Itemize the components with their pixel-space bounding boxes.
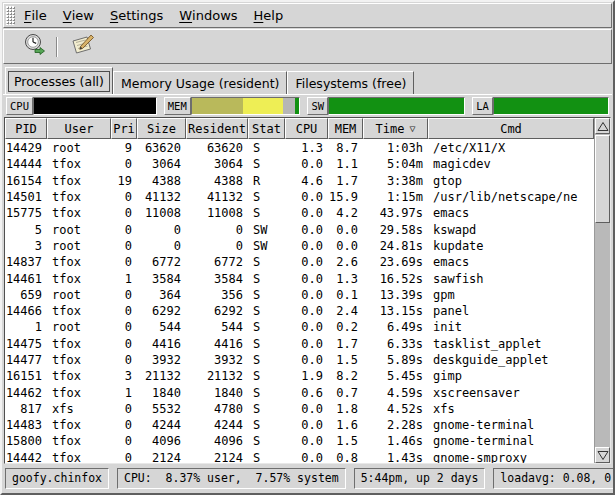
cell-cmd: gnome-terminal [428, 418, 594, 432]
cell-pri: 0 [111, 206, 137, 220]
scrollbar-trough[interactable] [595, 134, 610, 447]
cell-time: 5.45s [363, 369, 428, 383]
table-row[interactable]: 817xfs055324780S0.01.84.52sxfs [5, 401, 594, 417]
table-row[interactable]: 14483tfox042444244S0.01.62.28sgnome-term… [5, 417, 594, 433]
la-meter: LA [472, 97, 609, 115]
table-row[interactable]: 16151tfox32113221132S1.98.25.45sgimp [5, 368, 594, 384]
cpu-meter-label[interactable]: CPU [6, 97, 33, 115]
cell-cpu: 0.0 [285, 157, 328, 171]
cell-time: 6.49s [363, 320, 428, 334]
cell-size: 21132 [137, 369, 186, 383]
cell-pri: 0 [111, 353, 137, 367]
vertical-scrollbar[interactable] [594, 118, 610, 463]
cpu-usage-panel: CPU: 8.37% user, 7.57% system [117, 468, 346, 489]
cell-size: 6772 [137, 255, 186, 269]
table-row[interactable]: 14477tfox039323932S0.01.55.89sdeskguide_… [5, 352, 594, 368]
cell-mem: 15.9 [328, 190, 363, 204]
menu-windows[interactable]: Windows [171, 4, 245, 27]
memo-button[interactable] [66, 32, 98, 61]
cell-size: 3584 [137, 272, 186, 286]
menu-settings[interactable]: Settings [102, 4, 171, 27]
tab-processes-label: Processes (all) [8, 71, 110, 92]
cell-mem: 1.7 [328, 337, 363, 351]
cell-time: 5.89s [363, 353, 428, 367]
notebook-edge [3, 94, 612, 95]
scrollbar-thumb[interactable] [595, 135, 610, 223]
cell-mem: 1.6 [328, 418, 363, 432]
table-row[interactable]: 14462tfox118401840S0.60.74.59sxscreensav… [5, 384, 594, 400]
scroll-down-button[interactable] [595, 447, 610, 463]
la-meter-label[interactable]: LA [472, 97, 493, 115]
tab-filesystems[interactable]: Filesystems (free) [287, 71, 414, 94]
table-row[interactable]: 14466tfox062926292S0.02.413.15spanel [5, 303, 594, 319]
cell-cpu: 0.0 [285, 418, 328, 432]
cell-user: tfox [47, 206, 111, 220]
note-edit-icon [69, 33, 95, 61]
cell-pri: 0 [111, 255, 137, 269]
timer-button[interactable] [19, 32, 51, 61]
sw-meter-label[interactable]: SW [307, 97, 328, 115]
cell-pid: 14837 [5, 255, 47, 269]
table-row[interactable]: 14475tfox044164416S0.01.76.33stasklist_a… [5, 336, 594, 352]
table-row[interactable]: 659root0364356S0.00.113.39sgpm [5, 287, 594, 303]
cell-cpu: 0.0 [285, 304, 328, 318]
menu-file[interactable]: File [16, 4, 55, 27]
table-row[interactable]: 14429root96362063620S1.38.71:03h/etc/X11… [5, 140, 594, 156]
cell-resident: 0 [186, 223, 248, 237]
table-row[interactable]: 14837tfox067726772S0.02.623.69semacs [5, 254, 594, 270]
column-header-mem[interactable]: MEM [328, 118, 363, 139]
cell-pri: 0 [111, 320, 137, 334]
cell-resident: 3064 [186, 157, 248, 171]
table-row[interactable]: 3root000SW0.00.024.81skupdate [5, 238, 594, 254]
cell-size: 544 [137, 320, 186, 334]
table-row[interactable]: 14501tfox04113241132S0.015.91:15m/usr/li… [5, 189, 594, 205]
cell-resident: 4780 [186, 402, 248, 416]
cell-time: 24.81s [363, 239, 428, 253]
cell-size: 0 [137, 239, 186, 253]
table-row[interactable]: 14444tfox030643064S0.01.15:04mmagicdev [5, 156, 594, 172]
table-row[interactable]: 15775tfox01100811008S0.04.243.97semacs [5, 205, 594, 221]
table-row[interactable]: 1root0544544S0.00.26.49sinit [5, 319, 594, 335]
menu-view[interactable]: View [55, 4, 102, 27]
table-body: 14429root96362063620S1.38.71:03h/etc/X11… [5, 139, 594, 463]
cell-time: 43.97s [363, 206, 428, 220]
mem-meter-label[interactable]: MEM [164, 97, 191, 115]
mem-meter: MEM [164, 97, 301, 115]
column-header-cmd[interactable]: Cmd [428, 118, 594, 139]
cell-cmd: xscreensaver [428, 386, 594, 400]
cell-resident: 0 [186, 239, 248, 253]
tab-memory-usage[interactable]: Memory Usage (resident) [113, 71, 287, 94]
tab-processes[interactable]: Processes (all) [5, 67, 113, 94]
cell-pid: 14444 [5, 157, 47, 171]
cell-resident: 544 [186, 320, 248, 334]
menu-help[interactable]: Help [246, 4, 292, 27]
table-row[interactable]: 5root000SW0.00.029.58skswapd [5, 221, 594, 237]
column-header-user[interactable]: User [47, 118, 111, 139]
column-header-stat[interactable]: Stat [248, 118, 285, 139]
cell-stat: S [248, 320, 285, 334]
column-header-cpu[interactable]: CPU [285, 118, 328, 139]
column-header-size[interactable]: Size [137, 118, 186, 139]
column-header-pri[interactable]: Pri [111, 118, 137, 139]
table-row[interactable]: 14461tfox135843584S0.01.316.52ssawfish [5, 270, 594, 286]
cell-size: 6292 [137, 304, 186, 318]
table-row[interactable]: 15800tfox040964096S0.01.51.46sgnome-term… [5, 433, 594, 449]
cell-resident: 4388 [186, 174, 248, 188]
cpu-segment-0 [34, 98, 156, 114]
table-row[interactable]: 14442tfox021242124S0.00.81.43sgnome-smpr… [5, 450, 594, 463]
column-header-pid[interactable]: PID [5, 118, 47, 139]
menubar-drag-handle[interactable] [6, 6, 15, 25]
table-row[interactable]: 16154tfox1943884388R4.61.73:38mgtop [5, 173, 594, 189]
cell-cpu: 0.0 [285, 190, 328, 204]
cell-mem: 1.1 [328, 157, 363, 171]
cell-user: tfox [47, 304, 111, 318]
cell-stat: S [248, 386, 285, 400]
column-header-time[interactable]: Time▽ [363, 118, 428, 139]
cell-resident: 21132 [186, 369, 248, 383]
scroll-up-button[interactable] [595, 118, 610, 134]
column-header-resident[interactable]: Resident [186, 118, 248, 139]
cell-pid: 14461 [5, 272, 47, 286]
process-table-main: PIDUserPriSizeResidentStatCPUMEMTime▽Cmd… [5, 118, 594, 463]
clock-run-icon [23, 33, 47, 61]
cell-pid: 14429 [5, 141, 47, 155]
